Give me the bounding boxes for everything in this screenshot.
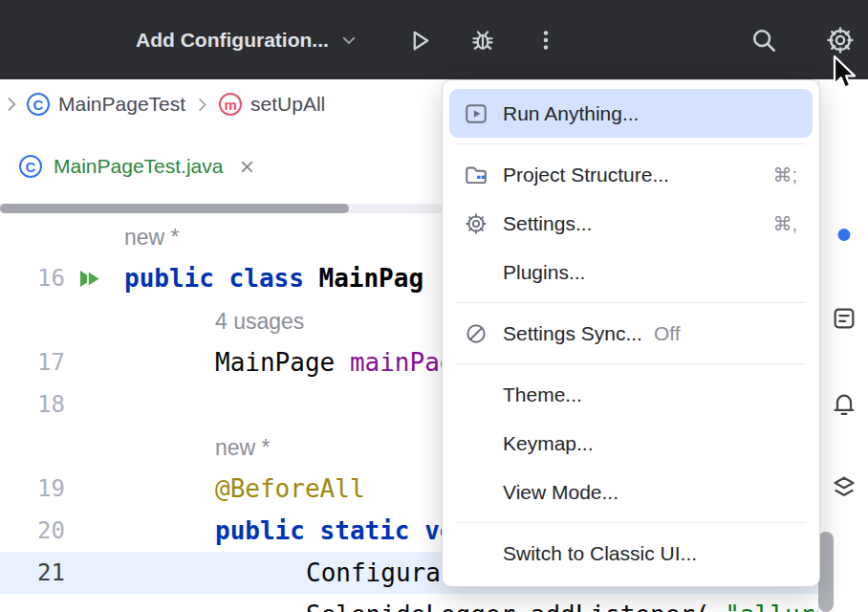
editor-gutter: 21 [0,559,113,586]
breadcrumb-items: CMainPageTestmsetUpAll [27,93,325,116]
code-text: public class MainPag [113,264,423,293]
kebab-menu-icon [533,28,558,53]
more-actions-button[interactable] [526,20,566,60]
tool-stripe-icon-3[interactable] [831,473,857,500]
tab-label: MainPageTest.java [54,155,223,178]
menu-item-shortcut: ⌘; [772,164,797,186]
bug-icon [469,27,496,54]
menu-item-label: Plugins... [503,261,585,284]
code-vision-hint[interactable]: new * [113,432,271,461]
notification-badge-dot [837,229,850,241]
settings-button[interactable] [820,20,860,60]
tab-mainpagetest-java[interactable]: C MainPageTest.java [19,155,256,178]
code-text: public static vo [113,516,454,545]
settings-popup-menu: Run Anything...Project Structure...⌘;Set… [442,79,820,587]
menu-item-project-structure[interactable]: Project Structure...⌘; [449,150,813,199]
sync-off-icon [463,320,489,347]
menu-item-label: Run Anything... [503,102,639,125]
menu-icon-placeholder [463,540,489,567]
project-structure-icon [463,162,489,188]
breadcrumb-collapse-chevron-icon[interactable] [2,95,21,114]
breadcrumb-label: setUpAll [250,93,325,116]
menu-separator [456,143,806,144]
line-number: 18 [0,391,65,418]
search-icon [749,26,778,55]
line-number: 20 [0,517,65,544]
horizontal-scrollbar-thumb[interactable] [0,204,349,213]
breadcrumb-item-mainpagetest[interactable]: CMainPageTest [27,93,185,116]
ide-window: Add Configuration... [0,0,868,612]
tab-close-icon[interactable] [238,158,256,176]
code-text: MainPage mainPag [113,348,454,377]
run-anything-icon [463,100,489,127]
class-icon: C [27,93,50,116]
line-number: 17 [0,349,65,376]
code-vision-hint[interactable]: new * [113,222,180,251]
run-button[interactable] [400,20,440,60]
breadcrumb-label: MainPageTest [58,93,185,116]
line-number: 21 [0,559,65,586]
run-configuration-label: Add Configuration... [136,29,329,52]
code-line-partial: SelenideLogger.addListener( "allure", ne… [0,594,818,612]
menu-item-label: Keymap... [503,432,594,455]
menu-item-label: Switch to Classic UI... [503,542,697,565]
menu-icon-placeholder [463,479,489,506]
menu-separator [456,522,806,523]
main-toolbar: Add Configuration... [0,0,868,79]
code-text: Configuratio [113,558,486,587]
breadcrumb-item-setupall[interactable]: msetUpAll [219,93,325,116]
editor-gutter: 20 [0,517,113,544]
editor-gutter: 18 [0,391,113,418]
menu-separator [456,363,806,364]
settings-icon [463,210,489,237]
menu-item-plugins[interactable]: Plugins... [449,248,813,296]
line-number: 16 [0,265,65,292]
menu-item-label: Settings... [503,212,592,235]
menu-item-label: Project Structure... [503,164,669,186]
tool-stripe-icon-1[interactable] [831,305,857,332]
menu-item-label: View Mode... [503,481,618,504]
menu-item-shortcut: ⌘, [772,212,797,235]
menu-item-settings[interactable]: Settings...⌘, [449,199,813,248]
menu-icon-placeholder [463,430,489,457]
chevron-down-icon [340,32,358,49]
menu-item-suffix: Off [654,322,681,345]
class-icon: C [19,155,42,178]
gear-icon [825,25,856,55]
code-vision-hint[interactable]: 4 usages [113,306,304,335]
menu-item-theme[interactable]: Theme... [449,370,813,419]
vertical-scrollbar-thumb[interactable] [818,532,834,612]
menu-icon-placeholder [463,259,489,286]
editor-gutter: 19 [0,475,113,502]
run-class-gutter-icon[interactable] [65,266,113,292]
menu-item-settings-sync[interactable]: Settings Sync...Off [449,309,813,358]
method-icon: m [219,93,242,116]
search-everywhere-button[interactable] [744,20,784,60]
menu-item-keymap[interactable]: Keymap... [449,419,813,468]
menu-item-view-mode[interactable]: View Mode... [449,468,813,516]
editor-gutter: 16 [0,265,113,292]
debug-button[interactable] [463,20,503,60]
menu-icon-placeholder [463,382,489,408]
play-icon [406,27,433,54]
run-configuration-selector[interactable]: Add Configuration... [136,29,358,52]
menu-item-label: Theme... [503,383,582,406]
code-text: SelenideLogger.addListener( "allure", ne… [113,601,818,612]
editor-gutter: 17 [0,349,113,376]
menu-item-switch-to-classic-ui[interactable]: Switch to Classic UI... [449,529,813,578]
menu-separator [456,302,806,303]
line-number: 19 [0,475,65,502]
code-text: @BeforeAll [113,474,365,503]
chevron-right-icon [193,96,211,114]
tool-stripe-icon-2[interactable] [831,391,857,418]
menu-item-run-anything[interactable]: Run Anything... [449,89,813,138]
menu-item-label: Settings Sync... [503,322,642,345]
